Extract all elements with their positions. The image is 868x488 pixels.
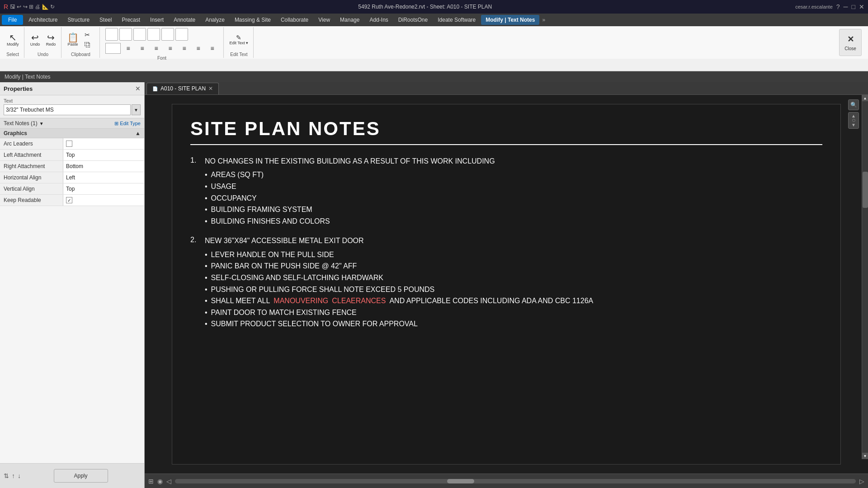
list-item: 1. NO CHANGES IN THE EXISTING BUILDING A… [190,156,822,227]
list-btn2[interactable]: ≡ [136,42,149,55]
scroll-up-btn[interactable]: ▲ [862,95,868,101]
tab-close-btn[interactable]: ✕ [208,85,213,92]
menu-view[interactable]: View [314,15,335,25]
edit-type-btn[interactable]: ⊞ Edit Type [114,121,141,127]
arcleaders-checkbox[interactable] [66,141,72,147]
menu-modify-textnotes[interactable]: Modify | Text Notes [481,15,539,25]
prop-value-vertalign[interactable]: Top [63,183,144,194]
view-nav-btn[interactable]: ▲ ⬡ ▼ [848,112,859,129]
drawing-canvas[interactable]: SITE PLAN NOTES 1. NO CHANGES IN THE EXI… [145,95,868,474]
graphics-section-header[interactable]: Graphics ▲ [0,129,144,138]
minimize-btn[interactable]: ─ [844,3,848,10]
prop-value-leftattach[interactable]: Top [63,150,144,160]
type-dropdown-btn[interactable]: ▼ [132,104,141,115]
prop-value-horizalign[interactable]: Left [63,172,144,183]
note-text-2: NEW 36"X84" ACCESSIBLE METAL EXIT DOOR [205,237,364,244]
copy-btn[interactable]: ⿻ [82,40,97,49]
bold-btn[interactable]: B [105,28,118,41]
underline-btn[interactable]: U [133,28,146,41]
sort-desc-icon[interactable]: ↓ [18,472,21,479]
edit-text-btn[interactable]: ✎ Edit Text ▾ [227,33,251,47]
italic-btn[interactable]: I [119,28,132,41]
bottom-bar: ⊞ ◉ ◁ ▷ [145,474,868,488]
canvas-content: SITE PLAN NOTES 1. NO CHANGES IN THE EXI… [172,104,841,465]
align-center-btn[interactable]: ≡ [192,42,205,55]
nav-right-icon[interactable]: ▷ [859,478,864,485]
prop-value-rightattach[interactable]: Bottom [63,161,144,172]
list-num-1: 1. [190,156,199,227]
edit-type-icon: ⊞ [114,121,118,127]
sub-item: LEVER HANDLE ON THE PULL SIDE [205,249,593,261]
type-selector: Text 3/32" Trebuchet MS ▼ [0,95,144,118]
menu-architecture[interactable]: Architecture [24,15,62,25]
modify-btn[interactable]: ↖ Modify [5,32,21,48]
bottom-scroll-thumb[interactable] [447,479,474,483]
list-btn1[interactable]: ≡ [122,42,135,55]
menu-ideate[interactable]: Ideate Software [433,15,480,25]
view-scale-icon[interactable]: ◉ [157,478,163,485]
menu-analyze[interactable]: Analyze [201,15,229,25]
align-left-btn[interactable]: ≡ [178,42,191,55]
view-properties-icon[interactable]: ⊞ [148,478,154,485]
menu-diroots[interactable]: DiRootsOne [394,15,432,25]
sort-asc-icon[interactable]: ↑ [12,472,15,479]
tab-sheet-icon: 📄 [152,86,158,91]
paste-btn[interactable]: 📋 Paste [65,32,81,48]
section-collapse-icon: ▲ [135,130,141,136]
menu-steel[interactable]: Steel [95,15,116,25]
redo-icon: ↪ [47,33,55,42]
title-bar: R 🖫 ↩ ↪ ⊞ 🖨 📐 ↻ 5492 Ruth Ave-Redone2.rv… [0,0,868,14]
undo-icon: ↩ [31,33,39,42]
redo-btn[interactable]: ↪ Redo [44,32,58,48]
prop-row-horizalign: Horizontal Align Left [0,172,144,183]
list-btn4[interactable]: ≡ [164,42,177,55]
close-ribbon-btn[interactable]: ✕ Close [839,29,862,56]
none-btn[interactable]: None [105,43,121,54]
scroll-thumb-right[interactable] [863,172,868,208]
edit-text-icon: ✎ [236,34,241,41]
close-btn[interactable]: ✕ [859,3,864,10]
ribbon-group-select: ↖ Modify Select [2,27,24,58]
menu-annotate[interactable]: Annotate [169,15,200,25]
case-btn[interactable]: aA [175,28,188,41]
prop-value-keepreadable[interactable]: ✓ [63,195,144,206]
type-value[interactable]: 3/32" Trebuchet MS [4,104,131,115]
cut-btn[interactable]: ✂ [82,30,97,39]
help-icon[interactable]: ? [836,3,840,10]
nav-left-icon[interactable]: ◁ [166,478,171,485]
sub-item: PUSHING OR PULLING FORCE SHALL NOTE EXCE… [205,284,593,296]
scroll-down-btn[interactable]: ▼ [862,453,868,459]
menu-file[interactable]: File [2,15,23,25]
breadcrumb: Modify | Text Notes [0,71,868,82]
list-btn3[interactable]: ≡ [150,42,163,55]
menu-manage[interactable]: Manage [335,15,364,25]
sort-alpha-icon[interactable]: ⇅ [4,472,9,479]
prop-value-arcleaders[interactable] [63,138,144,149]
view-search-btn[interactable]: 🔍 [848,99,859,110]
menu-insert[interactable]: Insert [146,15,168,25]
menu-massing[interactable]: Massing & Site [230,15,275,25]
align-right-btn[interactable]: ≡ [206,42,219,55]
menu-precast[interactable]: Precast [117,15,145,25]
panel-close-btn[interactable]: ✕ [135,85,141,92]
superscript-btn[interactable]: X² [161,28,174,41]
sub-item: AREAS (SQ FT) [205,169,495,181]
canvas-tab-siteplan[interactable]: 📄 A010 - SITE PLAN ✕ [146,83,219,94]
menu-addins[interactable]: Add-Ins [365,15,392,25]
keepreadable-checkbox[interactable]: ✓ [66,197,72,203]
apply-button[interactable]: Apply [54,469,108,483]
undo-btn[interactable]: ↩ Undo [28,32,42,48]
bottom-scrollbar[interactable] [175,479,856,483]
sub-item: PAINT DOOR TO MATCH EXISTING FENCE [205,307,593,319]
select-label: Select [5,51,21,57]
menu-structure[interactable]: Structure [63,15,94,25]
menu-collaborate[interactable]: Collaborate [276,15,313,25]
sub-item: BUILDING FRAMING SYSTEM [205,204,495,216]
maximize-btn[interactable]: □ [852,3,855,10]
instance-dropdown-icon[interactable]: ▼ [39,121,44,126]
ribbon-expand-icon[interactable]: » [542,17,545,23]
list-num-2: 2. [190,236,199,330]
subscript-btn[interactable]: X₂ [147,28,160,41]
copy-icon: ⿻ [85,42,91,48]
notes-divider [190,144,822,145]
